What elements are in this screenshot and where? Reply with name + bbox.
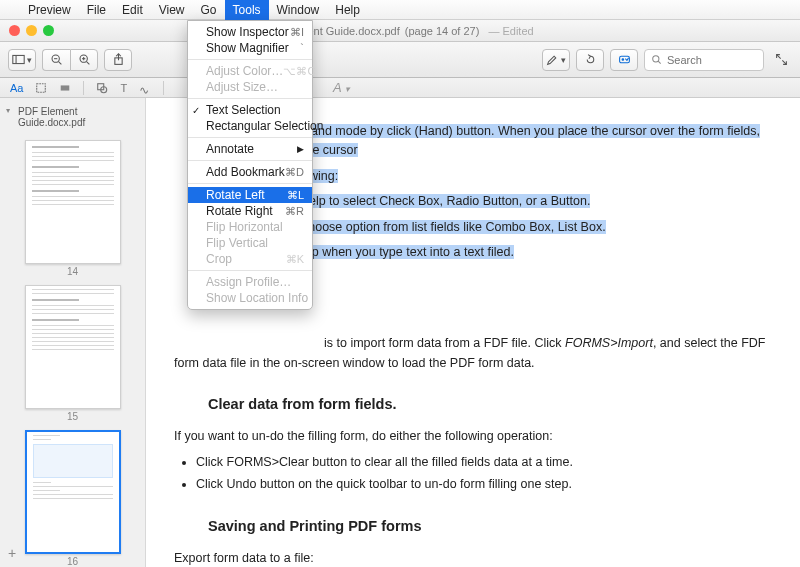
page-number-label: 16 <box>0 556 145 567</box>
svg-rect-15 <box>61 85 70 90</box>
text-select-tool[interactable] <box>35 82 47 94</box>
menu-separator <box>188 98 312 99</box>
zoom-in-button[interactable] <box>70 49 98 71</box>
menu-item-show-magnifier[interactable]: Show Magnifier` <box>188 40 312 56</box>
menu-item-add-bookmark[interactable]: Add Bookmark⌘D <box>188 164 312 180</box>
markup-toolbar-button[interactable] <box>610 49 638 71</box>
share-button[interactable] <box>104 49 132 71</box>
window-page-indicator: (page 14 of 27) <box>405 25 480 37</box>
menu-separator <box>188 270 312 271</box>
highlight-button[interactable]: ▾ <box>542 49 570 71</box>
menu-item-adjust-size-: Adjust Size… <box>188 79 312 95</box>
page-number-label: 14 <box>0 266 145 277</box>
menu-item-rotate-left[interactable]: Rotate Left⌘L <box>188 187 312 203</box>
menu-item-label: Rotate Left <box>206 188 265 202</box>
fullscreen-button[interactable] <box>770 49 792 71</box>
sidebar-view-button[interactable]: ▾ <box>8 49 36 71</box>
menu-preview[interactable]: Preview <box>20 0 79 20</box>
list-item: Click FORMS>Clear button to clear all th… <box>196 453 772 472</box>
menu-shortcut: ⌘L <box>287 189 304 202</box>
svg-point-11 <box>622 59 624 61</box>
menu-shortcut: ` <box>300 42 304 54</box>
menu-item-label: Show Magnifier <box>206 41 289 55</box>
markup-toolbar: Aa T A ▾ <box>0 78 800 98</box>
menu-item-label: Assign Profile… <box>206 275 291 289</box>
menu-item-label: Crop <box>206 252 232 266</box>
doc-heading: Saving and Printing PDF forms <box>208 515 772 537</box>
svg-point-12 <box>653 56 659 62</box>
page-thumbnail[interactable] <box>25 285 121 409</box>
svg-rect-14 <box>37 83 46 92</box>
menu-item-assign-profile-: Assign Profile… <box>188 274 312 290</box>
highlighted-text: Hand mode by click (Hand) button. When y… <box>302 124 760 157</box>
redact-tool[interactable] <box>59 82 71 94</box>
menu-go[interactable]: Go <box>193 0 225 20</box>
menu-item-label: Show Location Info <box>206 291 308 305</box>
text-tool[interactable]: T <box>120 82 127 94</box>
sign-tool[interactable] <box>139 82 151 94</box>
menu-item-label: Show Inspector <box>206 25 289 39</box>
highlighted-text: help to select Check Box, Radio Button, … <box>302 194 590 208</box>
svg-line-6 <box>86 62 89 65</box>
svg-line-3 <box>59 62 62 65</box>
search-field[interactable] <box>644 49 764 71</box>
menu-item-text-selection[interactable]: ✓Text Selection <box>188 102 312 118</box>
svg-line-13 <box>658 61 660 63</box>
system-menubar: Preview File Edit View Go Tools Window H… <box>0 0 800 20</box>
menu-item-label: Adjust Size… <box>206 80 278 94</box>
menu-item-crop: Crop⌘K <box>188 251 312 267</box>
submenu-arrow-icon: ▶ <box>297 144 304 154</box>
window-zoom-button[interactable] <box>43 25 54 36</box>
menu-item-label: Text Selection <box>206 103 281 117</box>
tools-menu-dropdown: Show Inspector⌘IShow Magnifier`Adjust Co… <box>187 20 313 310</box>
menu-shortcut: ⌘D <box>285 166 304 179</box>
shapes-tool[interactable] <box>96 82 108 94</box>
zoom-out-button[interactable] <box>42 49 70 71</box>
svg-rect-0 <box>13 55 24 63</box>
thumbnail-sidebar: PDF Element Guide.docx.pdf 14 15 16 + <box>0 98 146 567</box>
separator <box>163 81 164 95</box>
menu-item-label: Adjust Color… <box>206 64 283 78</box>
menu-separator <box>188 59 312 60</box>
window-edited-indicator: — Edited <box>488 25 533 37</box>
menu-edit[interactable]: Edit <box>114 0 151 20</box>
doc-text: If you want to un-do the filling form, d… <box>174 427 772 446</box>
rotate-button[interactable] <box>576 49 604 71</box>
menu-item-label: Annotate <box>206 142 254 156</box>
highlighted-text: elp when you type text into a text filed… <box>302 245 514 259</box>
menu-item-show-location-info: Show Location Info <box>188 290 312 306</box>
menu-item-show-inspector[interactable]: Show Inspector⌘I <box>188 24 312 40</box>
search-input[interactable] <box>667 54 747 66</box>
toolbar: ▾ ▾ <box>0 42 800 78</box>
menu-view[interactable]: View <box>151 0 193 20</box>
list-item: Click Undo button on the quick toolbar t… <box>196 475 772 494</box>
menu-separator <box>188 183 312 184</box>
menu-item-adjust-color-: Adjust Color…⌥⌘C <box>188 63 312 79</box>
menu-item-flip-vertical: Flip Vertical <box>188 235 312 251</box>
menu-item-annotate[interactable]: Annotate▶ <box>188 141 312 157</box>
page-thumbnail-selected[interactable] <box>25 430 121 554</box>
doc-text: Export form data to a file: <box>174 549 772 567</box>
menu-tools[interactable]: Tools <box>225 0 269 20</box>
window-close-button[interactable] <box>9 25 20 36</box>
window-minimize-button[interactable] <box>26 25 37 36</box>
menu-shortcut: ⌘R <box>285 205 304 218</box>
text-style-button[interactable]: Aa <box>10 82 23 94</box>
doc-text: is to import form data from a FDF file. … <box>324 336 565 350</box>
page-thumbnail[interactable] <box>25 140 121 264</box>
menu-item-label: Rotate Right <box>206 204 273 218</box>
menu-item-rotate-right[interactable]: Rotate Right⌘R <box>188 203 312 219</box>
font-style-indicator[interactable]: A ▾ <box>333 80 350 96</box>
menu-window[interactable]: Window <box>269 0 328 20</box>
doc-text-italic: FORMS>Import <box>565 336 653 350</box>
separator <box>83 81 84 95</box>
menu-help[interactable]: Help <box>327 0 368 20</box>
sidebar-filename[interactable]: PDF Element Guide.docx.pdf <box>0 104 145 134</box>
menu-file[interactable]: File <box>79 0 114 20</box>
window-titlebar: Element Guide.docx.pdf (page 14 of 27) —… <box>0 20 800 42</box>
add-page-button[interactable]: + <box>8 545 16 561</box>
search-icon <box>651 54 662 65</box>
menu-separator <box>188 137 312 138</box>
menu-item-label: Rectangular Selection <box>206 119 323 133</box>
menu-item-rectangular-selection[interactable]: Rectangular Selection <box>188 118 312 134</box>
